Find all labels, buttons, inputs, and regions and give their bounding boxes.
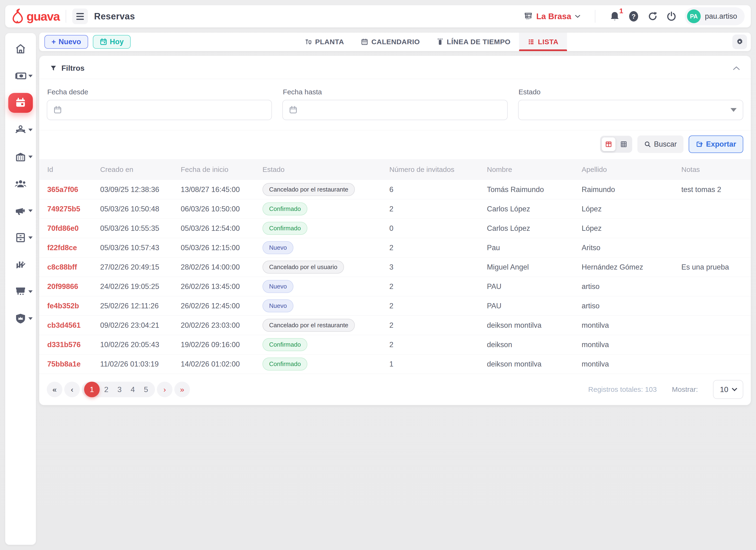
today-button[interactable]: Hoy: [93, 35, 131, 49]
reservation-id-link[interactable]: f22fd8ce: [47, 243, 100, 252]
menu-toggle-button[interactable]: [72, 9, 88, 24]
filters-title: Filtros: [61, 64, 85, 73]
user-menu[interactable]: PA pau.artiso: [685, 7, 745, 25]
grid-view-button[interactable]: [617, 137, 631, 151]
power-icon: [666, 11, 677, 22]
last-page-button[interactable]: »: [174, 382, 190, 397]
reservation-id-link[interactable]: 70fd86e0: [47, 224, 100, 233]
prev-page-button[interactable]: ‹: [64, 382, 80, 397]
notes-cell: test tomas 2: [681, 185, 742, 194]
sidebar-item-inventory[interactable]: [5, 224, 36, 251]
caret-down-icon: [28, 236, 33, 239]
new-reservation-button[interactable]: + Nuevo: [44, 35, 88, 49]
reservation-id-link[interactable]: 749275b5: [47, 205, 100, 213]
start-date-cell: 26/02/26 13:45:00: [181, 282, 262, 291]
collapse-filters-button[interactable]: [732, 66, 740, 71]
svg-text:?: ?: [631, 13, 636, 20]
sidebar-item-venue[interactable]: [5, 143, 36, 170]
sidebar-item-store[interactable]: [5, 278, 36, 305]
table-row[interactable]: cb3d4561 09/02/26 23:04:21 20/02/26 23:0…: [39, 316, 751, 335]
guava-logo: guava: [11, 8, 60, 24]
reservation-id-link[interactable]: 75bb8a1e: [47, 360, 100, 369]
refresh-button[interactable]: [647, 11, 658, 22]
payments-icon: [14, 71, 27, 81]
page-number-button[interactable]: 2: [100, 382, 113, 397]
calendar-icon: [289, 105, 297, 114]
guests-cell: 2: [389, 341, 487, 349]
table-row[interactable]: d331b576 10/02/26 20:05:43 19/02/26 09:1…: [39, 335, 751, 355]
table-row[interactable]: 749275b5 05/03/26 10:50:48 06/03/26 10:5…: [39, 199, 751, 219]
sidebar-item-admin[interactable]: [5, 305, 36, 332]
date-from-input[interactable]: [47, 100, 272, 120]
reservation-id-link[interactable]: 20f99866: [47, 282, 100, 291]
guests-cell: 2: [389, 302, 487, 310]
reservation-id-link[interactable]: 365a7f06: [47, 185, 100, 194]
created-at-cell: 25/02/26 12:11:26: [100, 302, 181, 310]
sidebar-item-customers[interactable]: [5, 116, 36, 143]
guests-cell: 1: [389, 360, 487, 369]
chevron-down-icon: [575, 14, 581, 18]
status-cell: Cancelado por el restaurante: [262, 319, 389, 332]
table-row[interactable]: c8c88bff 27/02/26 20:49:15 28/02/26 14:0…: [39, 257, 751, 277]
table-row[interactable]: 75bb8a1e 11/02/26 01:03:19 14/02/26 01:0…: [39, 355, 751, 374]
column-header: Nombre: [487, 165, 582, 173]
reservation-id-link[interactable]: fe4b352b: [47, 302, 100, 310]
tab-linea-de-tiempo[interactable]: LÍNEA DE TIEMPO: [428, 33, 519, 51]
table-row[interactable]: 70fd86e0 05/03/26 10:55:35 05/03/26 12:5…: [39, 219, 751, 238]
sidebar-item-reservations[interactable]: [5, 89, 36, 116]
date-to-input[interactable]: [282, 100, 507, 120]
page-size-select[interactable]: 10: [713, 380, 743, 399]
sidebar-item-team[interactable]: [5, 170, 36, 197]
sidebar-item-marketing[interactable]: [5, 197, 36, 224]
search-button[interactable]: Buscar: [637, 135, 683, 153]
next-page-button[interactable]: ›: [157, 382, 172, 397]
venue-name: La Brasa: [536, 12, 571, 21]
reservations-list-panel: Filtros Fecha desde Fecha hasta: [39, 56, 751, 405]
status-badge: Nuevo: [262, 300, 293, 313]
page-number-button[interactable]: 3: [113, 382, 126, 397]
logout-button[interactable]: [666, 11, 677, 22]
venue-switcher[interactable]: La Brasa: [524, 12, 581, 21]
export-button[interactable]: Exportar: [689, 135, 743, 153]
column-header: Apellido: [582, 165, 681, 173]
table-row[interactable]: f22fd8ce 05/03/26 10:57:43 05/03/26 12:1…: [39, 238, 751, 257]
page-number-button[interactable]: 5: [139, 382, 153, 397]
sidebar-item-payments[interactable]: [5, 62, 36, 89]
start-date-cell: 13/08/27 16:45:00: [181, 185, 262, 194]
store-icon: [15, 286, 26, 297]
marketing-megaphone-icon: [14, 205, 27, 216]
reservation-id-link[interactable]: cb3d4561: [47, 321, 100, 330]
table-row[interactable]: 20f99866 24/02/26 19:05:25 26/02/26 13:4…: [39, 277, 751, 296]
guests-cell: 3: [389, 263, 487, 271]
lastname-cell: Raimundo: [582, 185, 681, 194]
settings-button[interactable]: [732, 35, 747, 49]
sidebar-item-home[interactable]: [5, 35, 36, 62]
reservation-id-link[interactable]: d331b576: [47, 341, 100, 349]
status-cell: Cancelado por el restaurante: [262, 183, 389, 196]
tab-calendario[interactable]: CALENDARIO: [352, 33, 428, 51]
table-view-button[interactable]: [602, 137, 615, 151]
tab-lista[interactable]: LISTA: [519, 33, 567, 51]
status-cell: Confirmado: [262, 202, 389, 215]
inventory-archive-icon: [15, 232, 26, 243]
admin-shield-icon: [15, 313, 26, 324]
status-cell: Nuevo: [262, 280, 389, 293]
filter-field-date-to: Fecha hasta: [282, 79, 507, 120]
refresh-icon: [647, 11, 658, 22]
lastname-cell: montilva: [582, 360, 681, 369]
reservation-id-link[interactable]: c8c88bff: [47, 263, 100, 271]
tab-planta[interactable]: PLANTA: [296, 33, 352, 51]
sidebar-item-analytics[interactable]: [5, 251, 36, 278]
start-date-cell: 06/03/26 10:50:00: [181, 205, 262, 213]
analytics-chart-icon: [15, 259, 26, 270]
notifications-button[interactable]: 1: [610, 11, 620, 22]
start-date-cell: 05/03/26 12:15:00: [181, 243, 262, 252]
status-select[interactable]: [518, 100, 743, 120]
customers-icon: [14, 124, 27, 135]
help-button[interactable]: ?: [628, 11, 639, 22]
table-row[interactable]: fe4b352b 25/02/26 12:11:26 26/02/26 12:4…: [39, 296, 751, 316]
page-number-button[interactable]: 4: [126, 382, 139, 397]
first-page-button[interactable]: «: [47, 382, 62, 397]
page-number-button[interactable]: 1: [84, 382, 100, 397]
table-row[interactable]: 365a7f06 03/09/25 12:38:36 13/08/27 16:4…: [39, 180, 751, 199]
